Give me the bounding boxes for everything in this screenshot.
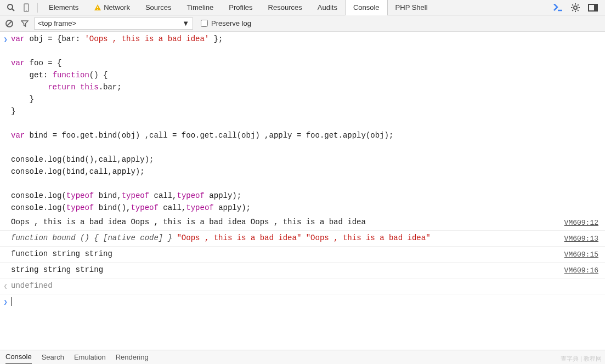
drawer-toggle-icon[interactable] (551, 1, 564, 14)
tab-profiles[interactable]: Profiles (221, 0, 260, 15)
input-chevron-icon: ❯ (0, 33, 11, 214)
log-text: Oops , this is a bad idea Oops , this is… (11, 216, 564, 229)
source-link[interactable]: VM609:13 (564, 232, 602, 245)
code-block: var obj = {bar: 'Oops , this is a bad id… (11, 33, 602, 214)
svg-point-7 (574, 6, 577, 9)
devtools-toolbar: Elements Network Sources Timeline Profil… (0, 0, 605, 15)
tab-resources[interactable]: Resources (261, 0, 310, 15)
return-chevron-icon: ❮ (0, 280, 11, 293)
log-text: string string string (11, 264, 564, 277)
preserve-log-input[interactable] (201, 20, 208, 27)
tab-sources[interactable]: Sources (138, 0, 179, 15)
drawer-tab-search[interactable]: Search (42, 353, 64, 361)
tab-network-label: Network (104, 0, 130, 15)
svg-rect-17 (594, 4, 597, 11)
tab-elements[interactable]: Elements (41, 0, 86, 15)
return-value: undefined (11, 280, 602, 293)
preserve-log-checkbox[interactable]: Preserve log (201, 19, 251, 27)
toolbar-right (549, 1, 602, 14)
panel-tabs: Elements Network Sources Timeline Profil… (41, 0, 549, 15)
svg-line-12 (572, 4, 573, 5)
warning-icon (94, 4, 101, 12)
svg-point-0 (8, 4, 13, 9)
watermark: 查字典 | 教程网 (561, 355, 602, 363)
gear-icon[interactable] (569, 1, 582, 14)
console-prompt[interactable]: ❯ (0, 294, 605, 310)
drawer-statusbar: Console Search Emulation Rendering 查字典 |… (0, 350, 605, 364)
frame-context-select[interactable]: <top frame> ▼ (34, 18, 193, 30)
tab-audits[interactable]: Audits (310, 0, 345, 15)
svg-line-15 (578, 4, 579, 5)
drawer-tab-rendering[interactable]: Rendering (116, 353, 149, 361)
svg-rect-4 (97, 7, 98, 8)
chevron-down-icon: ▼ (182, 19, 189, 27)
console-input-echo: ❯ var obj = {bar: 'Oops , this is a bad … (0, 32, 605, 215)
log-row: string string string VM609:16 (0, 263, 605, 278)
tab-timeline[interactable]: Timeline (179, 0, 222, 15)
dock-icon[interactable] (586, 1, 600, 14)
tab-console[interactable]: Console (345, 0, 388, 15)
svg-point-3 (26, 10, 27, 11)
svg-rect-5 (97, 9, 98, 10)
separator (37, 3, 38, 13)
frame-context-label: <top frame> (38, 19, 76, 27)
console-output: ❯ var obj = {bar: 'Oops , this is a bad … (0, 32, 605, 350)
return-row: ❮ undefined (0, 278, 605, 294)
svg-line-14 (572, 10, 573, 11)
drawer-tab-emulation[interactable]: Emulation (74, 353, 106, 361)
svg-line-1 (12, 9, 14, 11)
source-link[interactable]: VM609:15 (564, 248, 602, 261)
log-text: function bound () { [native code] } "Oop… (11, 232, 564, 245)
svg-line-13 (578, 10, 579, 11)
svg-line-19 (7, 21, 12, 26)
log-row: function bound () { [native code] } "Oop… (0, 231, 605, 247)
log-text: function string string (11, 248, 564, 261)
tab-network[interactable]: Network (86, 0, 138, 15)
search-icon[interactable] (4, 1, 18, 14)
filter-icon[interactable] (19, 18, 31, 30)
console-filterbar: <top frame> ▼ Preserve log (0, 15, 605, 32)
device-icon[interactable] (20, 1, 33, 14)
log-row: function string string VM609:15 (0, 247, 605, 263)
tab-phpshell[interactable]: PHP Shell (388, 0, 436, 15)
console-input[interactable] (11, 295, 602, 309)
source-link[interactable]: VM609:16 (564, 264, 602, 277)
prompt-chevron-icon: ❯ (0, 295, 11, 309)
source-link[interactable]: VM609:12 (564, 216, 602, 229)
drawer-tab-console[interactable]: Console (5, 351, 32, 364)
preserve-log-label: Preserve log (211, 19, 251, 27)
log-row: Oops , this is a bad idea Oops , this is… (0, 215, 605, 231)
clear-console-icon[interactable] (3, 18, 15, 30)
